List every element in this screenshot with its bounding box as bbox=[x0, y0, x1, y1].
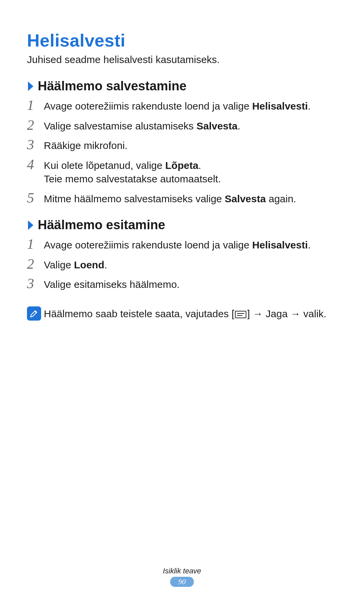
chevron-right-icon bbox=[27, 81, 34, 92]
section-heading-text: Häälmemo salvestamine bbox=[38, 79, 186, 93]
steps-list-recording: 1 Avage ooterežiimis rakenduste loend ja… bbox=[27, 95, 337, 208]
page-title: Helisalvesti bbox=[27, 30, 337, 51]
document-page: Helisalvesti Juhised seadme helisalvesti… bbox=[0, 0, 364, 597]
step-text: Rääkige mikrofoni. bbox=[44, 137, 337, 153]
svg-rect-2 bbox=[235, 311, 246, 318]
menu-icon bbox=[235, 311, 246, 318]
chevron-right-icon bbox=[27, 220, 34, 231]
note-icon bbox=[27, 305, 44, 321]
step-number: 5 bbox=[27, 190, 44, 205]
list-item: 5 Mitme häälmemo salvestamiseks valige S… bbox=[27, 188, 337, 208]
step-number: 1 bbox=[27, 97, 44, 112]
step-number: 2 bbox=[27, 256, 44, 271]
page-number-badge: 90 bbox=[170, 577, 194, 587]
list-item: 1 Avage ooterežiimis rakenduste loend ja… bbox=[27, 95, 337, 115]
footer-section-label: Isiklik teave bbox=[0, 567, 364, 575]
list-item: 2 Valige Loend. bbox=[27, 254, 337, 274]
step-text: Avage ooterežiimis rakenduste loend ja v… bbox=[44, 97, 337, 113]
step-number: 3 bbox=[27, 276, 44, 291]
page-footer: Isiklik teave 90 bbox=[0, 567, 364, 587]
svg-marker-1 bbox=[28, 220, 33, 230]
list-item: 3 Valige esitamiseks häälmemo. bbox=[27, 274, 337, 294]
step-number: 4 bbox=[27, 157, 44, 172]
note-text: Häälmemo saab teistele saata, vajutades … bbox=[44, 305, 337, 321]
section-heading-playback: Häälmemo esitamine bbox=[27, 218, 337, 232]
step-text: Mitme häälmemo salvestamiseks valige Sal… bbox=[44, 190, 337, 206]
step-text: Valige esitamiseks häälmemo. bbox=[44, 276, 337, 292]
list-item: 3 Rääkige mikrofoni. bbox=[27, 135, 337, 155]
step-number: 1 bbox=[27, 236, 44, 251]
list-item: 1 Avage ooterežiimis rakenduste loend ja… bbox=[27, 234, 337, 254]
svg-marker-0 bbox=[28, 82, 33, 91]
step-number: 2 bbox=[27, 117, 44, 132]
intro-text: Juhised seadme helisalvesti kasutamiseks… bbox=[27, 54, 337, 65]
step-number: 3 bbox=[27, 137, 44, 152]
step-text: Kui olete lõpetanud, valige Lõpeta. Teie… bbox=[44, 157, 337, 186]
list-item: 2 Valige salvestamise alustamiseks Salve… bbox=[27, 115, 337, 135]
note-row: Häälmemo saab teistele saata, vajutades … bbox=[27, 303, 337, 323]
list-item: 4 Kui olete lõpetanud, valige Lõpeta. Te… bbox=[27, 155, 337, 188]
section-heading-recording: Häälmemo salvestamine bbox=[27, 79, 337, 93]
step-text: Avage ooterežiimis rakenduste loend ja v… bbox=[44, 236, 337, 252]
step-text: Valige Loend. bbox=[44, 256, 337, 272]
section-heading-text: Häälmemo esitamine bbox=[38, 218, 165, 232]
step-text: Valige salvestamise alustamiseks Salvest… bbox=[44, 117, 337, 133]
steps-list-playback: 1 Avage ooterežiimis rakenduste loend ja… bbox=[27, 234, 337, 294]
